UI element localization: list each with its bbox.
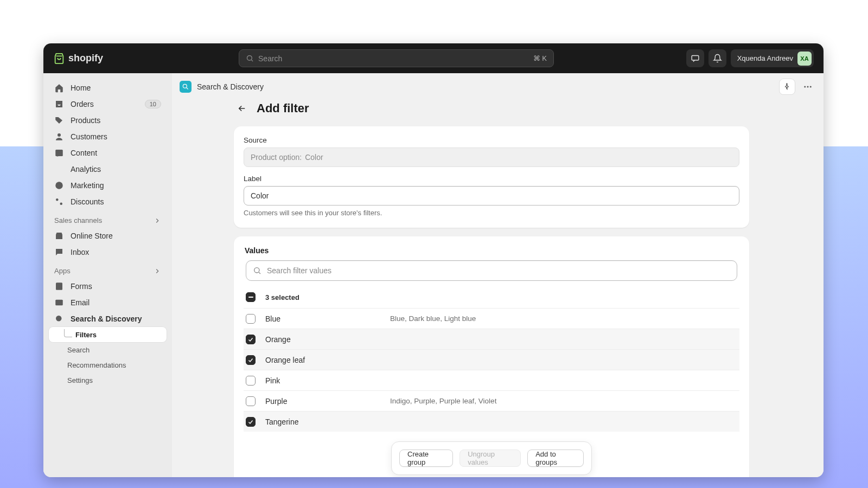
sidebar-item-label: Search & Discovery: [71, 314, 142, 323]
sidebar-item-label: Analytics: [71, 165, 101, 174]
add-to-groups-button[interactable]: Add to groups: [527, 450, 584, 467]
sidebar-item-search-discovery[interactable]: Search & Discovery: [49, 311, 167, 327]
page-title: Add filter: [257, 101, 309, 115]
orders-badge: 10: [145, 100, 161, 108]
chat-icon: [691, 54, 700, 63]
svg-point-0: [247, 56, 252, 61]
sidebar-item-content[interactable]: Content: [49, 145, 167, 161]
row-checkbox[interactable]: [246, 376, 256, 386]
svg-point-13: [56, 316, 62, 322]
sidebar-item-label: Customers: [71, 132, 107, 141]
section-apps: Apps: [49, 260, 167, 278]
sidebar-item-label: Content: [71, 149, 97, 157]
svg-point-15: [804, 86, 806, 88]
sidebar-sub-search[interactable]: Search: [49, 342, 167, 357]
chat-icon: [54, 247, 64, 257]
row-name: Blue: [265, 314, 390, 323]
svg-point-14: [183, 84, 187, 88]
row-checkbox[interactable]: [246, 355, 256, 365]
sidebar-item-orders[interactable]: Orders10: [49, 96, 167, 112]
chevron-right-icon[interactable]: [154, 217, 161, 224]
selected-count: 3 selected: [265, 293, 299, 301]
shopify-bag-icon: [53, 53, 65, 65]
row-checkbox[interactable]: [246, 396, 256, 406]
svg-point-9: [56, 198, 59, 201]
source-label: Source: [244, 136, 739, 144]
sidebar-item-discounts[interactable]: Discounts: [49, 194, 167, 210]
chart-icon: [54, 164, 64, 174]
main-content: Search & Discovery Add filter Source Pro…: [172, 73, 824, 477]
user-name: Xquenda Andreev: [737, 54, 793, 62]
svg-line-19: [259, 272, 260, 274]
messages-button[interactable]: [686, 49, 704, 67]
topbar: shopify Search ⌘ K Xquenda Andreev XA: [43, 43, 824, 73]
store-icon: [54, 231, 64, 241]
svg-point-16: [807, 86, 809, 88]
sidebar-item-inbox[interactable]: Inbox: [49, 244, 167, 260]
label-input[interactable]: [244, 186, 739, 206]
user-menu[interactable]: Xquenda Andreev XA: [731, 49, 814, 67]
sidebar-item-marketing[interactable]: Marketing: [49, 177, 167, 194]
inbox-icon: [54, 99, 64, 109]
search-icon: [246, 54, 254, 62]
svg-line-1: [251, 60, 253, 61]
sidebar-item-forms[interactable]: Forms: [49, 278, 167, 294]
source-card: Source Product option: Color Label Custo…: [234, 126, 749, 228]
row-name: Tangerine: [265, 418, 390, 426]
values-search-placeholder: Search filter values: [267, 266, 331, 275]
svg-point-3: [56, 118, 58, 119]
sidebar-sub-settings[interactable]: Settings: [49, 373, 167, 388]
svg-point-17: [810, 86, 812, 88]
sidebar-item-email[interactable]: Email: [49, 294, 167, 311]
table-row[interactable]: Pink: [244, 370, 739, 390]
select-all-checkbox[interactable]: [246, 292, 256, 302]
magnify-icon: [182, 83, 189, 91]
app-icon: [180, 81, 192, 93]
svg-point-18: [254, 268, 259, 273]
svg-rect-2: [692, 56, 699, 61]
sidebar-item-analytics[interactable]: Analytics: [49, 161, 167, 177]
row-extras: Indigo, Purple, Purple leaf, Violet: [390, 397, 496, 405]
sidebar-item-label: Recommendations: [67, 361, 126, 369]
sidebar-sub-recommendations[interactable]: Recommendations: [49, 357, 167, 373]
back-button[interactable]: [234, 100, 250, 117]
table-row[interactable]: Orange leaf: [244, 349, 739, 370]
form-icon: [54, 281, 64, 291]
ungroup-button[interactable]: Ungroup values: [459, 450, 521, 467]
global-search[interactable]: Search ⌘ K: [239, 49, 554, 67]
values-table: 3 selected BlueBlue, Dark blue, Light bl…: [244, 286, 739, 432]
table-row[interactable]: BlueBlue, Dark blue, Light blue: [244, 308, 739, 329]
pin-icon: [783, 83, 791, 91]
logo[interactable]: shopify: [53, 53, 103, 65]
crumb-title[interactable]: Search & Discovery: [197, 82, 264, 91]
create-group-button[interactable]: Create group: [399, 450, 453, 467]
sidebar-item-label: Email: [71, 298, 90, 307]
sidebar-sub-filters[interactable]: Filters: [49, 327, 167, 342]
crumb-bar: Search & Discovery: [172, 73, 824, 100]
sidebar-item-home[interactable]: Home: [49, 80, 167, 96]
table-row[interactable]: Orange: [244, 329, 739, 349]
sidebar-item-products[interactable]: Products: [49, 112, 167, 129]
sidebar-item-label: Discounts: [71, 197, 104, 206]
pin-button[interactable]: [779, 79, 795, 95]
section-label: Sales channels: [54, 216, 102, 224]
svg-point-8: [58, 184, 61, 187]
bell-icon: [713, 54, 722, 63]
sidebar-item-customers[interactable]: Customers: [49, 129, 167, 145]
table-row[interactable]: Tangerine: [244, 411, 739, 432]
notifications-button[interactable]: [709, 49, 726, 67]
row-checkbox[interactable]: [246, 314, 256, 324]
values-search[interactable]: Search filter values: [246, 260, 737, 281]
sidebar-item-label: Marketing: [71, 181, 104, 190]
sidebar-item-label: Products: [71, 116, 100, 125]
table-row[interactable]: PurpleIndigo, Purple, Purple leaf, Viole…: [244, 390, 739, 411]
chevron-right-icon[interactable]: [154, 267, 161, 275]
row-checkbox[interactable]: [246, 417, 256, 427]
sidebar-item-label: Filters: [75, 331, 97, 339]
avatar: XA: [797, 52, 812, 66]
source-field: Product option: Color: [244, 147, 739, 167]
row-checkbox[interactable]: [246, 335, 256, 344]
sidebar-item-label: Inbox: [71, 248, 89, 256]
sidebar-item-online-store[interactable]: Online Store: [49, 228, 167, 244]
more-button[interactable]: [800, 79, 816, 95]
